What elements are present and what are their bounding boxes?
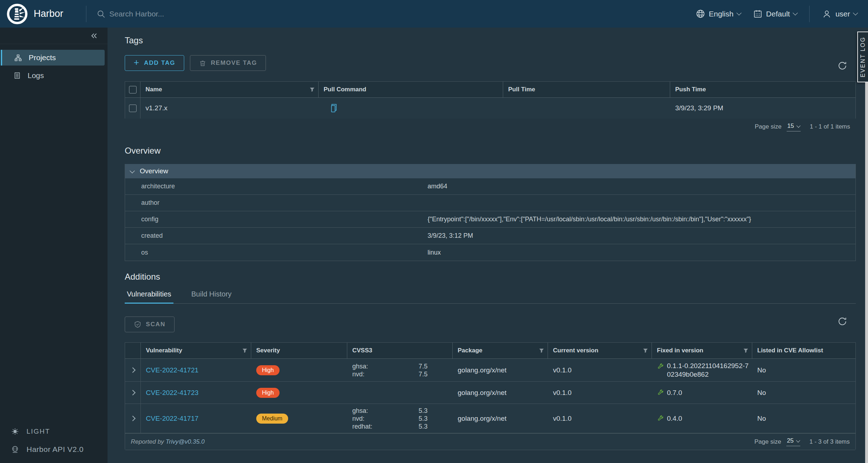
- allowlist-value: No: [757, 389, 766, 397]
- field-label: config: [125, 211, 428, 227]
- refresh-tags-button[interactable]: [838, 61, 847, 71]
- column-header-vulnerability: Vulnerability: [146, 347, 182, 354]
- sidebar-item-label: Logs: [28, 71, 44, 80]
- scanner-link[interactable]: Trivy@v0.35.0: [166, 438, 205, 445]
- field-value: amd64: [428, 178, 855, 194]
- globe-icon: [696, 9, 705, 19]
- api-link[interactable]: Harbor API V2.0: [0, 445, 108, 454]
- severity-badge: High: [256, 365, 280, 375]
- copy-pull-command-icon[interactable]: [329, 103, 339, 114]
- fixed-version: 0.4.0: [667, 414, 682, 423]
- home-link[interactable]: Harbor: [0, 3, 86, 25]
- header-divider: [809, 6, 810, 22]
- select-all-checkbox[interactable]: [129, 86, 137, 93]
- page-size-select[interactable]: 15: [787, 122, 801, 131]
- theme-label: LIGHT: [27, 428, 50, 435]
- scanner-info: Reported by Trivy@v0.35.0: [131, 438, 205, 445]
- app-header: Harbor English: [0, 0, 868, 28]
- column-header-cve-allowlist: Listed in CVE Allowlist: [757, 347, 823, 354]
- calendar-icon: [753, 9, 763, 19]
- wrench-icon: [657, 363, 664, 370]
- default-label: Default: [766, 10, 790, 18]
- filter-icon[interactable]: [643, 348, 648, 353]
- tag-name: v1.27.x: [146, 104, 167, 112]
- field-value: {"Entrypoint":["/bin/xxxxx"],"Env":["PAT…: [428, 211, 855, 227]
- language-label: English: [709, 10, 734, 18]
- column-header-fixed-version: Fixed in version: [657, 347, 703, 354]
- column-header-pull-time: Pull Time: [508, 86, 535, 93]
- tags-pagination: Page size 15 1 - 1 of 1 items: [125, 119, 856, 135]
- trash-icon: [199, 59, 206, 67]
- column-header-current-version: Current version: [553, 347, 598, 354]
- shield-check-icon: [134, 320, 142, 328]
- row-checkbox[interactable]: [129, 105, 137, 112]
- harbor-logo-icon: [6, 3, 28, 25]
- wrench-icon: [657, 415, 664, 422]
- api-label: Harbor API V2.0: [27, 445, 84, 454]
- event-log-label: EVENT LOG: [860, 37, 866, 77]
- fixed-version: 0.7.0: [667, 389, 682, 397]
- cve-link[interactable]: CVE-2022-41717: [146, 415, 199, 423]
- column-header-package: Package: [458, 347, 482, 354]
- theme-toggle[interactable]: LIGHT: [0, 427, 108, 436]
- column-header-push-time: Push Time: [675, 86, 706, 93]
- header-actions: English Default: [696, 6, 868, 22]
- vertical-scrollbar[interactable]: [865, 82, 868, 463]
- tab-vulnerabilities[interactable]: Vulnerabilities: [125, 287, 173, 304]
- default-menu[interactable]: Default: [753, 9, 797, 19]
- sidebar-item-label: Projects: [29, 53, 56, 62]
- overview-field-row: architecture amd64: [125, 178, 855, 195]
- tags-table-header: Name Pull Command Pull Time Push Time: [125, 82, 855, 98]
- sidebar-item-projects[interactable]: Projects: [1, 50, 105, 66]
- additions-tabs: Vulnerabilities Build History: [125, 287, 856, 304]
- chevron-down-icon: [793, 10, 798, 15]
- sidebar: Projects Logs LIGHT: [0, 28, 108, 463]
- plus-icon: +: [134, 57, 140, 68]
- expand-row-icon[interactable]: [130, 416, 136, 421]
- field-label: architecture: [125, 178, 428, 194]
- field-label: created: [125, 228, 428, 244]
- overview-panel: Overview architecture amd64 author confi…: [125, 164, 856, 261]
- scan-button[interactable]: SCAN: [125, 317, 175, 332]
- chevron-down-icon: [736, 10, 741, 15]
- fixed-version: 0.1.1-0.20221104162952-702349b0e862: [667, 362, 749, 379]
- filter-icon[interactable]: [242, 348, 247, 353]
- event-log-tab[interactable]: EVENT LOG: [857, 32, 868, 82]
- overview-panel-header[interactable]: Overview: [125, 164, 855, 178]
- filter-icon[interactable]: [310, 87, 315, 92]
- filter-icon[interactable]: [539, 348, 544, 353]
- expand-row-icon[interactable]: [130, 390, 136, 396]
- column-header-name: Name: [146, 86, 162, 93]
- add-tag-button[interactable]: + ADD TAG: [125, 55, 184, 71]
- package-name: golang.org/x/net: [458, 415, 506, 423]
- user-menu[interactable]: user: [822, 9, 857, 19]
- current-version: v0.1.0: [553, 415, 572, 423]
- expand-row-icon[interactable]: [130, 367, 136, 373]
- items-range: 1 - 3 of 3 items: [810, 438, 850, 445]
- refresh-vulnerabilities-button[interactable]: [838, 317, 847, 326]
- search-input[interactable]: [109, 10, 324, 18]
- page-size-select[interactable]: 25: [786, 437, 800, 446]
- field-label: os: [125, 244, 428, 261]
- column-header-pull-command: Pull Command: [324, 86, 366, 93]
- cve-link[interactable]: CVE-2022-41723: [146, 389, 199, 397]
- remove-tag-button[interactable]: REMOVE TAG: [190, 55, 266, 71]
- cvss-scores: ghsa:7.5 nvd:7.5: [352, 362, 428, 378]
- filter-icon[interactable]: [743, 348, 748, 353]
- main-content: Tags + ADD TAG REMOVE TAG Name: [108, 28, 868, 463]
- tab-build-history[interactable]: Build History: [189, 287, 234, 303]
- overview-field-row: created 3/9/23, 3:12 PM: [125, 228, 855, 244]
- additions-title: Additions: [125, 272, 856, 282]
- sidebar-item-logs[interactable]: Logs: [0, 68, 105, 83]
- overview-field-row: os linux: [125, 244, 855, 261]
- tag-row: v1.27.x 3/9/23, 3:29 PM: [125, 98, 855, 119]
- collapse-sidebar-button[interactable]: [90, 32, 98, 40]
- language-menu[interactable]: English: [696, 9, 741, 19]
- column-header-severity: Severity: [256, 347, 280, 354]
- tags-table: Name Pull Command Pull Time Push Time v1…: [125, 81, 856, 119]
- cve-link[interactable]: CVE-2022-41721: [146, 366, 199, 374]
- vuln-table-header: Vulnerability Severity CVSS3 Package Cur…: [125, 343, 855, 359]
- page-size-label: Page size: [755, 123, 782, 130]
- overview-title: Overview: [125, 146, 856, 156]
- tags-toolbar: + ADD TAG REMOVE TAG: [125, 55, 856, 71]
